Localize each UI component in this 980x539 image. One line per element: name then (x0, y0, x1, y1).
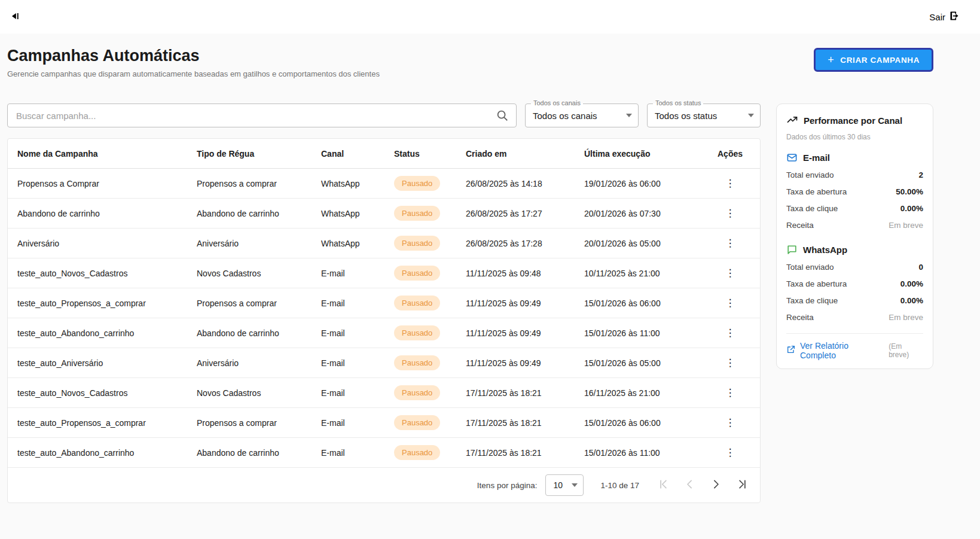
filters-row: Todos os canais Todos os canais Todos os… (7, 103, 761, 127)
page-content: Campanhas Automáticas Gerencie campanhas… (0, 34, 980, 503)
last-page-button[interactable] (729, 472, 755, 498)
campaign-name-cell: Abandono de carrinho (8, 209, 187, 218)
row-actions-button[interactable]: ⋮ (719, 203, 741, 224)
first-page-icon (657, 478, 670, 492)
table-row: teste_auto_Novos_Cadastros Novos Cadastr… (8, 378, 760, 408)
previous-page-button[interactable] (676, 472, 703, 498)
metric-value: Em breve (889, 221, 923, 230)
logout-button[interactable]: Sair (926, 9, 964, 25)
status-badge: Pausado (394, 325, 440, 341)
metric-label: Receita (786, 313, 814, 322)
campaign-actions-cell: ⋮ (700, 442, 760, 464)
email-icon (786, 152, 798, 163)
first-page-button[interactable] (650, 472, 676, 498)
status-badge: Pausado (394, 296, 440, 311)
campaigns-table: Nome da Campanha Tipo de Régua Canal Sta… (7, 138, 761, 503)
table-row: Aniversário Aniversário WhatsApp Pausado… (8, 229, 760, 258)
campaign-created-cell: 11/11/2025 às 09:48 (456, 269, 575, 278)
campaign-name-cell: teste_auto_Abandono_carrinho (8, 328, 187, 338)
collapse-arrow-icon (8, 10, 22, 25)
table-row: teste_auto_Aniversário Aniversário E-mai… (8, 348, 760, 378)
logout-label: Sair (929, 12, 945, 22)
report-link-row: Ver Relatório Completo (Em breve) (786, 341, 923, 360)
channel-name: E-mail (803, 153, 830, 163)
row-actions-button[interactable]: ⋮ (719, 412, 741, 434)
table-body: Propensos a Comprar Propensos a comprar … (8, 169, 760, 468)
campaign-actions-cell: ⋮ (700, 382, 760, 404)
metric-label: Taxa de abertura (786, 187, 847, 196)
metric-value: 0.00% (900, 296, 923, 305)
table-row: teste_auto_Abandono_carrinho Abandono de… (8, 318, 760, 348)
full-report-link[interactable]: Ver Relatório Completo (800, 341, 884, 360)
metric-row: Total enviado 2 (786, 166, 923, 183)
next-page-button[interactable] (703, 472, 729, 498)
campaign-name-cell: Aniversário (8, 239, 187, 248)
metric-label: Total enviado (786, 170, 834, 179)
campaign-lastrun-cell: 20/01/2026 às 07:30 (575, 209, 700, 218)
campaign-name-cell: Propensos a Comprar (8, 179, 187, 188)
campaign-actions-cell: ⋮ (700, 293, 760, 314)
row-actions-button[interactable]: ⋮ (719, 263, 741, 284)
row-actions-button[interactable]: ⋮ (719, 352, 741, 374)
more-vert-icon: ⋮ (725, 178, 735, 189)
metric-row: Taxa de clique 0.00% (786, 200, 923, 217)
metric-value: 0.00% (900, 279, 923, 288)
page-subtitle: Gerencie campanhas que disparam automati… (7, 69, 380, 78)
metric-row: Total enviado 0 (786, 258, 923, 275)
status-badge: Pausado (394, 236, 440, 251)
performance-channel: WhatsApp Total enviado 0 Taxa de abertur… (786, 244, 923, 325)
items-per-page-select[interactable]: 10 (545, 474, 584, 496)
campaign-type-cell: Novos Cadastros (187, 269, 312, 278)
row-actions-button[interactable]: ⋮ (719, 322, 741, 344)
search-input[interactable] (8, 104, 496, 127)
status-badge: Pausado (394, 385, 440, 401)
campaign-channel-cell: WhatsApp (312, 209, 384, 218)
more-vert-icon: ⋮ (725, 237, 735, 249)
column-header-actions: Ações (700, 149, 760, 159)
chevron-left-icon (683, 478, 696, 492)
status-filter-value: Todos os status (655, 111, 717, 121)
campaign-lastrun-cell: 15/01/2026 às 05:00 (575, 358, 700, 368)
campaign-status-cell: Pausado (384, 325, 456, 341)
channel-filter-label: Todos os canais (531, 99, 583, 107)
channel-filter-select[interactable]: Todos os canais Todos os canais (525, 103, 639, 127)
row-actions-button[interactable]: ⋮ (719, 233, 741, 254)
metric-row: Taxa de abertura 0.00% (786, 275, 923, 292)
campaign-type-cell: Propensos a comprar (187, 299, 312, 308)
campaign-channel-cell: E-mail (312, 358, 384, 368)
page-titles: Campanhas Automáticas Gerencie campanhas… (7, 47, 380, 78)
column-header-channel: Canal (312, 149, 384, 159)
status-badge: Pausado (394, 266, 440, 281)
metric-row: Receita Em breve (786, 309, 923, 325)
row-actions-button[interactable]: ⋮ (719, 382, 741, 404)
campaign-name-cell: teste_auto_Novos_Cadastros (8, 388, 187, 398)
campaign-status-cell: Pausado (384, 266, 456, 281)
campaign-lastrun-cell: 10/11/2025 às 21:00 (575, 269, 700, 278)
collapse-sidebar-button[interactable] (8, 10, 22, 25)
campaign-type-cell: Aniversário (187, 358, 312, 368)
campaign-actions-cell: ⋮ (700, 233, 760, 254)
metric-value: 2 (918, 170, 923, 179)
more-vert-icon: ⋮ (725, 357, 735, 369)
metric-label: Receita (786, 221, 814, 230)
channel-name: WhatsApp (803, 245, 847, 255)
create-campaign-button[interactable]: + CRIAR CAMPANHA (814, 48, 933, 72)
campaign-name-cell: teste_auto_Aniversário (8, 358, 187, 368)
status-filter-select[interactable]: Todos os status Todos os status (647, 103, 761, 127)
campaign-channel-cell: E-mail (312, 299, 384, 308)
campaign-created-cell: 17/11/2025 às 18:21 (456, 388, 575, 398)
metric-row: Taxa de clique 0.00% (786, 292, 923, 309)
row-actions-button[interactable]: ⋮ (719, 293, 741, 314)
status-badge: Pausado (394, 445, 440, 461)
external-link-icon (786, 345, 796, 357)
metric-label: Taxa de clique (786, 296, 838, 305)
campaign-actions-cell: ⋮ (700, 412, 760, 434)
campaign-lastrun-cell: 15/01/2026 às 06:00 (575, 418, 700, 428)
more-vert-icon: ⋮ (725, 417, 735, 428)
row-actions-button[interactable]: ⋮ (719, 173, 741, 194)
campaign-created-cell: 17/11/2025 às 18:21 (456, 448, 575, 458)
campaign-lastrun-cell: 19/01/2026 às 06:00 (575, 179, 700, 188)
status-badge: Pausado (394, 355, 440, 371)
row-actions-button[interactable]: ⋮ (719, 442, 741, 464)
campaign-channel-cell: WhatsApp (312, 179, 384, 188)
